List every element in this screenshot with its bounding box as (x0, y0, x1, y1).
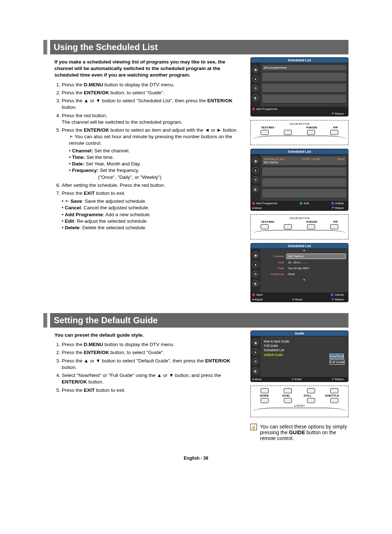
settings-icon: ✲ (252, 271, 259, 277)
frequency-value: Once (286, 272, 346, 276)
osd-header: Scheduled List (251, 58, 348, 63)
return-hint: ↶ Return (332, 206, 345, 210)
settings-icon: ✲ (252, 85, 259, 91)
step-2: Press the ENTER/OK button, to select "Gu… (62, 90, 243, 96)
text: button. (62, 104, 77, 110)
language-icon: ◐ (252, 94, 259, 101)
option-date: Date: Set Year, Month and Day. (69, 161, 243, 167)
empty-row (262, 72, 347, 82)
text: button to select an item and adjust with… (109, 127, 239, 133)
button-name: ENTER/OK (84, 127, 109, 133)
button-name: EXIT (84, 190, 95, 196)
button-name: D.MENU (84, 82, 103, 87)
language-icon: ◐ (252, 367, 259, 374)
move-hint: ♦ Move (252, 378, 263, 381)
step-3: Press the ▲ or ▼ button to select "Defau… (62, 358, 243, 371)
osd-header: Guide (251, 331, 348, 336)
option-delete: Delete: Delete the selected schedule. (62, 225, 243, 231)
step-6: After setting the schedule, Press the re… (62, 182, 243, 189)
text: Press the (62, 82, 84, 87)
empty-row (262, 167, 347, 176)
text: Press the (62, 90, 84, 95)
text: Press the ▲ or ▼ button to select "Sched… (62, 98, 207, 103)
hand-icon: ☝ (250, 424, 257, 430)
empty-row (262, 189, 347, 198)
channel-label: Channel (262, 255, 284, 258)
remote-guide-diagram: GUIDEDUALSTILLSUBTITLE ● RESET (250, 386, 348, 417)
date-value: Tue 22 Apr 2007 (286, 266, 346, 271)
move-hint: ⏎ Move (292, 298, 304, 301)
date-label: Date (262, 267, 284, 270)
remote-color-button-diagram: COLOR BUTTON TEXT/MIXP.MODEPIP (250, 120, 348, 145)
guide-option-now-next: Now/Next (330, 354, 344, 359)
step-4: Select "Now/Next" or "Full Guide" using … (62, 372, 243, 385)
guide-icon: ◉ (252, 66, 259, 73)
section2-intro: You can preset the default guide style. (54, 332, 243, 338)
empty-row (262, 178, 347, 187)
step-3: Press the ▲ or ▼ button to select "Sched… (62, 98, 243, 111)
button-name: ENTER/OK (84, 90, 109, 95)
page-footer: English - 38 (44, 456, 348, 461)
save-hint: Save (252, 293, 264, 296)
text: button, to select "Guide". (109, 90, 164, 95)
empty-row (262, 83, 347, 93)
guide-item: Full Guide (264, 344, 344, 348)
section1-intro: If you make a scheduled viewing list of … (54, 59, 243, 79)
delete-hint: Delete (331, 202, 345, 205)
programme-row: Tuesday 22 Apr 15:30 ~ 16:00 Once 801 Ra… (262, 156, 347, 165)
option-frequency: Frequency: Set the frequency. ("Once", "… (69, 167, 243, 180)
cancel-hint: Cancel (331, 293, 345, 296)
guide-icon: ◉ (252, 157, 259, 164)
add-programme-hint: Add Programme (252, 107, 279, 111)
step-7: Press the EXIT button to exit. (62, 190, 243, 197)
language-icon: ◐ (252, 186, 259, 192)
channel-icon: ♦ (252, 261, 259, 268)
guide-item: Scheduled List (264, 348, 344, 352)
return-hint: ↶ Return (332, 298, 345, 301)
settings-icon: ✲ (252, 358, 259, 365)
guide-icon: ◉ (252, 339, 259, 346)
option-time: Time: Set the time. (69, 154, 243, 161)
remote-color-button-diagram: COLOR BUTTON TEXT/MIXP.MODEPIP (250, 214, 348, 239)
step-2: Press the ENTER/OK button, to select "Gu… (62, 349, 243, 356)
enter-hint: ⏎ Enter (291, 378, 303, 381)
osd-guide-menu: Guide ◉ ♦ ✲ ◐ Now & Next Guide Full Guid… (250, 330, 348, 382)
settings-icon: ✲ (252, 176, 259, 183)
option-cancel: Cancel: Cancel the adjusted schedule. (62, 205, 243, 211)
guide-icon: ◉ (252, 252, 259, 258)
empty-row (262, 94, 347, 103)
option-save: ➣ Save: Save the adjusted schedule. (62, 198, 243, 205)
guide-item: Now & Next Guide (264, 339, 344, 344)
frequency-label: Frequency (262, 272, 284, 276)
option-channel: Channel: Set the channel. (69, 148, 243, 154)
return-hint: ↶ Return (332, 112, 345, 115)
text: Press the (62, 190, 84, 196)
guide-option-full-guide: Full Guide (330, 360, 344, 365)
section-title-default-guide: Setting the Default Guide (50, 313, 348, 328)
step-1: Press the D.MENU button to display the D… (62, 82, 243, 88)
osd-scheduled-list-edit: Scheduled List ◉ ♦ ✲ ◐ ▲ Channel 802 Rai… (250, 243, 348, 302)
text: Press the (62, 127, 84, 133)
option-edit: Edit: Re-adjust the selected schedule. (62, 218, 243, 225)
option-add-programme: Add Programme: Add a new schedule. (62, 211, 243, 218)
step-4: Press the red button. The channel will b… (62, 112, 243, 126)
osd-header: Scheduled List (251, 243, 348, 249)
channel-value: 802 RaiUno (286, 254, 346, 259)
language-icon: ◐ (252, 280, 259, 287)
edit-hint: Edit (300, 202, 310, 205)
section-divider (44, 313, 47, 328)
channel-icon: ♦ (252, 167, 259, 173)
move-hint: ♦ Move (252, 206, 263, 210)
text: Press the red button. (62, 113, 107, 118)
button-name: ENTER/OK (207, 98, 233, 103)
text: button to display the DTV menu. (103, 82, 175, 87)
text: button to exit. (95, 190, 126, 196)
osd-scheduled-list-empty: Scheduled List ◉ ♦ ✲ ◐ (No programmes) (250, 57, 348, 116)
no-programmes-row: (No programmes) (262, 65, 347, 71)
step-5: Press the ENTER/OK button to select an i… (62, 127, 243, 181)
channel-icon: ♦ (252, 75, 259, 82)
section-divider (44, 40, 47, 54)
guide-item-selected: Default Guide (264, 353, 283, 357)
osd-header: Scheduled List (251, 149, 348, 155)
note: You can also set hour and minute by pres… (69, 134, 243, 147)
